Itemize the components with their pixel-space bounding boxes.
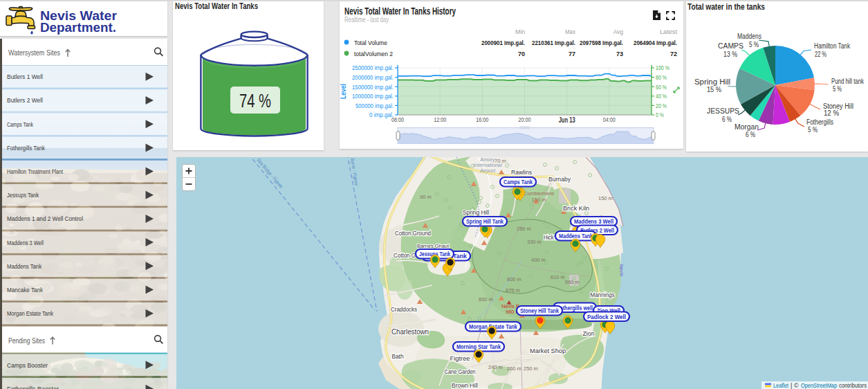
svg-text:Department.: Department.: [40, 21, 116, 35]
svg-text:6 %: 6 %: [746, 131, 755, 138]
svg-text:2000000 imp.gal.: 2000000 imp.gal.: [352, 73, 394, 81]
svg-text:©: ©: [794, 382, 799, 389]
svg-text:Zion: Zion: [583, 330, 595, 337]
svg-text:Nevis: Nevis: [619, 264, 625, 277]
svg-text:150 m: 150 m: [598, 195, 613, 201]
svg-text:15 %: 15 %: [707, 86, 721, 93]
svg-text:Bath: Bath: [392, 352, 404, 360]
svg-text:250 m: 250 m: [524, 365, 538, 372]
svg-text:600 m: 600 m: [479, 296, 493, 302]
svg-text:Cotton Ground: Cotton Ground: [395, 229, 431, 237]
svg-text:Camps Tank: Camps Tank: [504, 178, 533, 186]
svg-text:Padlock 2 Well: Padlock 2 Well: [587, 313, 626, 320]
svg-text:40 %: 40 %: [656, 92, 667, 100]
svg-text:2210361 Imp.gal.: 2210361 Imp.gal.: [532, 39, 575, 46]
svg-text:12:00: 12:00: [434, 116, 446, 123]
svg-text:Hamilton Tank: Hamilton Tank: [814, 42, 851, 50]
svg-text:|: |: [791, 382, 792, 389]
svg-text:260 m: 260 m: [507, 365, 521, 372]
svg-text:80 %: 80 %: [656, 73, 667, 81]
svg-text:Butlers 2 Well: Butlers 2 Well: [7, 96, 43, 104]
svg-text:Jessups Tank: Jessups Tank: [7, 191, 39, 199]
svg-text:875 m: 875 m: [506, 287, 520, 293]
svg-text:250 m: 250 m: [517, 226, 531, 232]
svg-text:Latest: Latest: [660, 28, 677, 35]
svg-text:5 %: 5 %: [808, 126, 818, 134]
svg-text:totalVolumen 2: totalVolumen 2: [354, 50, 393, 57]
svg-text:Camps Booster: Camps Booster: [7, 361, 48, 369]
svg-text:OpenStreetMap: OpenStreetMap: [801, 382, 837, 389]
svg-text:1000000 imp.gal.: 1000000 imp.gal.: [352, 92, 394, 100]
svg-text:90 m: 90 m: [420, 194, 432, 200]
svg-text:Max: Max: [565, 28, 575, 35]
svg-text:Nevis Total Water In Tanks: Nevis Total Water In Tanks: [175, 1, 258, 11]
svg-text:0 imp.gal.: 0 imp.gal.: [369, 111, 394, 118]
svg-text:Maddens Tank: Maddens Tank: [7, 262, 41, 270]
svg-text:610 m: 610 m: [551, 274, 565, 280]
svg-text:Barnes Ghaut: Barnes Ghaut: [417, 243, 450, 249]
svg-text:08:00: 08:00: [391, 116, 404, 123]
svg-text:Jun 13: Jun 13: [559, 116, 575, 124]
svg-text:Brown Hill: Brown Hill: [452, 382, 478, 389]
svg-text:Stoney Hill Tank: Stoney Hill Tank: [520, 307, 560, 314]
svg-text:Brick Kiln: Brick Kiln: [563, 204, 589, 212]
svg-text:12 %: 12 %: [824, 109, 839, 117]
svg-text:77: 77: [569, 50, 575, 57]
svg-text:22 %: 22 %: [815, 51, 827, 58]
svg-text:Hamilton Treatment Plant: Hamilton Treatment Plant: [7, 168, 63, 175]
svg-text:Spring Hill: Spring Hill: [694, 78, 730, 86]
svg-text:Pund hill tank: Pund hill tank: [831, 78, 865, 85]
svg-text:Pending Sites: Pending Sites: [8, 337, 45, 345]
svg-text:04:00: 04:00: [603, 116, 616, 123]
svg-text:150 m: 150 m: [532, 197, 546, 203]
svg-text:800 m: 800 m: [507, 276, 521, 282]
svg-text:2064904 Imp.gal.: 2064904 Imp.gal.: [634, 39, 677, 46]
svg-text:Total Volume: Total Volume: [354, 39, 387, 46]
svg-text:20 %: 20 %: [656, 102, 667, 109]
svg-text:20:00: 20:00: [519, 116, 531, 123]
svg-text:400 m: 400 m: [531, 257, 546, 263]
svg-text:Camps Tank: Camps Tank: [7, 120, 33, 128]
svg-text:73: 73: [616, 50, 623, 57]
svg-text:0 %: 0 %: [656, 111, 664, 118]
svg-text:Min: Min: [515, 28, 525, 35]
svg-text:13 %: 13 %: [723, 51, 737, 58]
svg-text:240 m: 240 m: [488, 364, 503, 370]
svg-text:Avg: Avg: [613, 28, 623, 35]
svg-text:Combermere: Combermere: [524, 190, 554, 197]
svg-text:Morgan Estate Tank: Morgan Estate Tank: [7, 309, 53, 317]
svg-text:2000901 Imp.gal.: 2000901 Imp.gal.: [481, 39, 525, 46]
svg-text:Morgan: Morgan: [735, 123, 759, 131]
svg-text:Total water in the tanks: Total water in the tanks: [687, 1, 765, 12]
svg-text:Maddens 1 and 2 Well Control: Maddens 1 and 2 Well Control: [7, 215, 83, 222]
svg-text:1500000 imp.gal.: 1500000 imp.gal.: [352, 83, 394, 91]
svg-text:Maddens 3 Well: Maddens 3 Well: [574, 217, 613, 225]
svg-text:Leaflet: Leaflet: [773, 382, 788, 389]
svg-text:Butlers 1 Well: Butlers 1 Well: [7, 73, 43, 80]
svg-text:330 m: 330 m: [527, 239, 542, 245]
svg-text:5 %: 5 %: [833, 85, 842, 93]
svg-text:Market Shop: Market Shop: [530, 347, 566, 354]
svg-text:70: 70: [518, 50, 525, 57]
svg-text:Spring Hill Tank: Spring Hill Tank: [466, 217, 504, 225]
svg-text:500000 imp.gal.: 500000 imp.gal.: [355, 102, 394, 109]
svg-text:JESSUPS: JESSUPS: [707, 107, 739, 115]
svg-text:Maddens: Maddens: [737, 33, 761, 40]
svg-text:Figtree: Figtree: [450, 354, 470, 362]
svg-text:Mannings: Mannings: [591, 291, 615, 298]
svg-text:Morning Star Tank: Morning Star Tank: [456, 343, 501, 350]
svg-text:100 %: 100 %: [656, 64, 670, 71]
svg-text:Watersystem Sites: Watersystem Sites: [8, 49, 60, 57]
svg-text:Cotton G: Cotton G: [394, 252, 416, 259]
svg-text:Maddens 3 Well: Maddens 3 Well: [7, 239, 44, 246]
svg-text:Spring Hill: Spring Hill: [463, 209, 489, 216]
svg-text:Maddens Tank: Maddens Tank: [559, 232, 593, 239]
svg-text:5 %: 5 %: [749, 41, 759, 48]
svg-text:60 %: 60 %: [656, 83, 667, 91]
svg-text:contributors: contributors: [839, 382, 867, 389]
svg-text:Level: Level: [340, 84, 347, 99]
svg-text:2097598 Imp.gal.: 2097598 Imp.gal.: [580, 39, 623, 46]
svg-text:Mancake Tank: Mancake Tank: [7, 286, 43, 293]
svg-text:2500000 imp.gal.: 2500000 imp.gal.: [352, 64, 394, 71]
svg-text:Cane Garden: Cane Garden: [445, 368, 476, 375]
